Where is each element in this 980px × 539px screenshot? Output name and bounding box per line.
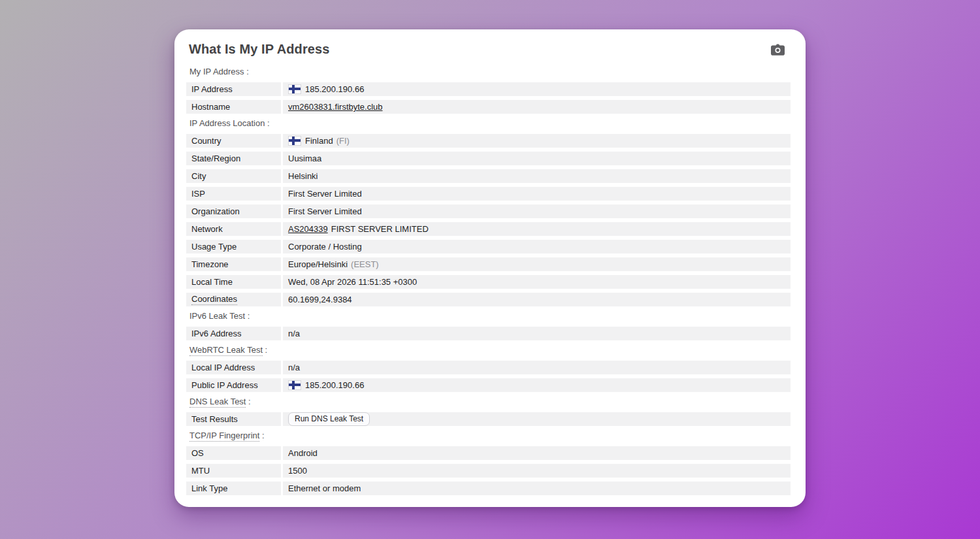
row-label: Timezone — [186, 257, 281, 271]
finland-flag-icon — [288, 380, 301, 390]
table-row-network: Network AS204339 FIRST SERVER LIMITED — [186, 222, 791, 236]
row-value: vm2603831.firstbyte.club — [283, 100, 791, 114]
coordinates-label-tooltip: Coordinates — [191, 294, 237, 305]
section-heading-text: My IP Address — [189, 67, 244, 76]
table-row-mtu: MTU 1500 — [186, 464, 791, 478]
row-value: Wed, 08 Apr 2026 11:51:35 +0300 — [283, 275, 791, 289]
screenshot-camera-button[interactable] — [769, 42, 786, 57]
section-heading-location: IP Address Location : — [186, 118, 791, 129]
table-row-public-ip: Public IP Address 185.200.190.66 — [186, 378, 791, 392]
section-heading-text: DNS Leak Test — [189, 397, 246, 408]
row-label: Country — [186, 134, 281, 148]
row-label: State/Region — [186, 152, 281, 165]
row-label: Link Type — [186, 482, 281, 495]
table-row-ip-address: IP Address 185.200.190.66 — [186, 82, 791, 96]
section-heading-text: WebRTC Leak Test — [189, 345, 263, 356]
public-ip-value: 185.200.190.66 — [305, 380, 364, 390]
row-label: Network — [186, 222, 281, 236]
row-label: Hostname — [186, 100, 281, 114]
row-value: Corporate / Hosting — [283, 240, 791, 253]
run-dns-leak-test-button[interactable]: Run DNS Leak Test — [288, 412, 370, 426]
row-label: Usage Type — [186, 240, 281, 253]
row-label: Local IP Address — [186, 361, 281, 374]
table-row-usage-type: Usage Type Corporate / Hosting — [186, 240, 791, 253]
finland-flag-icon — [288, 136, 301, 146]
row-value: n/a — [283, 327, 791, 340]
table-row-isp: ISP First Server Limited — [186, 187, 791, 201]
timezone-code: (EEST) — [351, 259, 379, 269]
section-heading-text: IPv6 Leak Test — [189, 311, 245, 321]
row-label: Public IP Address — [186, 378, 281, 392]
panel-header: What Is My IP Address — [186, 39, 791, 59]
row-label: Test Results — [186, 412, 281, 426]
table-row-state-region: State/Region Uusimaa — [186, 152, 791, 165]
row-label: ISP — [186, 187, 281, 201]
section-heading-ipv6: IPv6 Leak Test : — [186, 310, 791, 322]
table-row-city: City Helsinki — [186, 169, 791, 183]
table-row-link-type: Link Type Ethernet or modem — [186, 482, 791, 495]
row-value: 60.1699,24.9384 — [283, 293, 791, 306]
page-title: What Is My IP Address — [186, 39, 791, 59]
row-label: Coordinates — [186, 293, 281, 306]
page-background: { "header": { "title": "What Is My IP Ad… — [0, 0, 980, 539]
table-row-organization: Organization First Server Limited — [186, 204, 791, 218]
table-row-ipv6-address: IPv6 Address n/a — [186, 327, 791, 340]
row-label: City — [186, 169, 281, 183]
network-name: FIRST SERVER LIMITED — [331, 224, 429, 234]
hostname-link[interactable]: vm2603831.firstbyte.club — [288, 102, 383, 112]
row-value: Europe/Helsinki (EEST) — [283, 257, 791, 271]
finland-flag-icon — [288, 84, 301, 94]
timezone-value: Europe/Helsinki — [288, 259, 348, 269]
country-code: (FI) — [336, 136, 350, 146]
row-value: Helsinki — [283, 169, 791, 183]
table-row-local-ip: Local IP Address n/a — [186, 361, 791, 374]
row-value: n/a — [283, 361, 791, 374]
asn-link[interactable]: AS204339 — [288, 224, 328, 234]
table-row-local-time: Local Time Wed, 08 Apr 2026 11:51:35 +03… — [186, 275, 791, 289]
row-value: Android — [283, 446, 791, 460]
camera-icon — [771, 44, 785, 56]
row-value: Run DNS Leak Test — [283, 412, 791, 426]
row-label: MTU — [186, 464, 281, 478]
row-value: AS204339 FIRST SERVER LIMITED — [283, 222, 791, 236]
row-label: Local Time — [186, 275, 281, 289]
row-label: OS — [186, 446, 281, 460]
row-value: 1500 — [283, 464, 791, 478]
section-heading-tcpip: TCP/IP Fingerprint : — [186, 430, 791, 442]
table-row-timezone: Timezone Europe/Helsinki (EEST) — [186, 257, 791, 271]
row-value: 185.200.190.66 — [283, 378, 791, 392]
row-value: First Server Limited — [283, 204, 791, 218]
row-value: Ethernet or modem — [283, 482, 791, 495]
section-heading-text: TCP/IP Fingerprint — [189, 431, 259, 442]
table-row-os: OS Android — [186, 446, 791, 460]
row-value: 185.200.190.66 — [283, 82, 791, 96]
section-heading-text: IP Address Location — [189, 118, 265, 128]
section-heading-my-ip: My IP Address : — [186, 66, 791, 78]
row-value: Uusimaa — [283, 152, 791, 165]
section-heading-dns: DNS Leak Test : — [186, 396, 791, 408]
table-row-test-results: Test Results Run DNS Leak Test — [186, 412, 791, 426]
row-value: First Server Limited — [283, 187, 791, 201]
country-value: Finland — [305, 136, 333, 146]
row-value: Finland (FI) — [283, 134, 791, 148]
table-row-hostname: Hostname vm2603831.firstbyte.club — [186, 100, 791, 114]
ip-info-panel: What Is My IP Address My IP Address : IP… — [174, 29, 806, 507]
row-label: Organization — [186, 204, 281, 218]
section-heading-webrtc: WebRTC Leak Test : — [186, 344, 791, 356]
ip-address-value: 185.200.190.66 — [305, 84, 364, 94]
table-row-coordinates: Coordinates 60.1699,24.9384 — [186, 293, 791, 306]
row-label: IPv6 Address — [186, 327, 281, 340]
row-label: IP Address — [186, 82, 281, 96]
table-row-country: Country Finland (FI) — [186, 134, 791, 148]
